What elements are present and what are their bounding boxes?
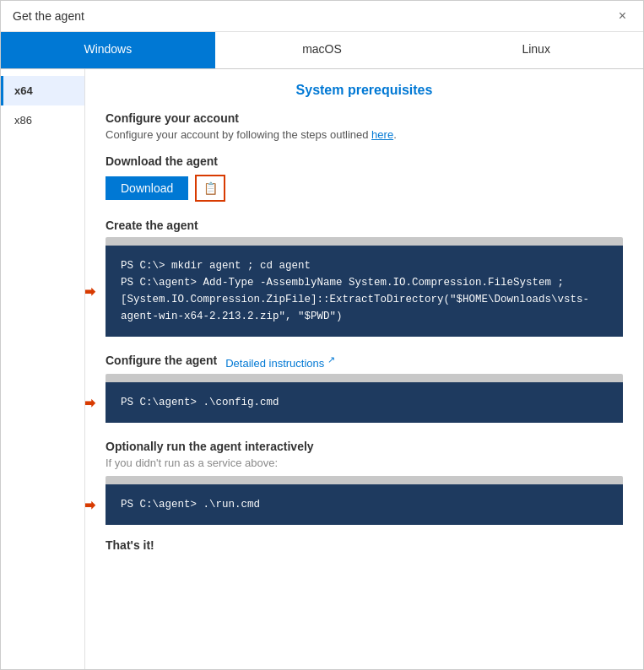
create-code-block: PS C:\> mkdir agent ; cd agent PS C:\age… bbox=[106, 246, 623, 337]
configure-code-block: PS C:\agent> .\config.cmd bbox=[106, 382, 623, 423]
close-button[interactable]: × bbox=[614, 8, 631, 24]
configure-code-wrapper: ➡ PS C:\agent> .\config.cmd bbox=[106, 382, 623, 423]
external-link-icon: ↗ bbox=[327, 354, 335, 365]
dialog-title: Get the agent bbox=[13, 9, 84, 23]
arrow-indicator-2: ➡ bbox=[85, 392, 96, 413]
content-area: x64 x86 System prerequisites Configure y… bbox=[1, 69, 643, 669]
main-content: System prerequisites Configure your acco… bbox=[85, 69, 643, 669]
arch-sidebar: x64 x86 bbox=[1, 69, 85, 669]
code-header-bar-1 bbox=[106, 237, 623, 246]
configure-account-description: Configure your account by following the … bbox=[106, 128, 623, 141]
section-title: System prerequisites bbox=[106, 83, 623, 98]
download-agent-section: Download the agent Download 📋 bbox=[106, 154, 623, 202]
tab-linux[interactable]: Linux bbox=[429, 32, 643, 68]
arrow-indicator-1: ➡ bbox=[85, 281, 96, 301]
run-code-block: PS C:\agent> .\run.cmd bbox=[106, 484, 623, 525]
configure-account-title: Configure your account bbox=[106, 111, 623, 125]
detailed-instructions-link[interactable]: Detailed instructions ↗ bbox=[225, 354, 335, 370]
run-agent-section: Optionally run the agent interactively I… bbox=[106, 440, 623, 525]
os-tabs: Windows macOS Linux bbox=[1, 32, 643, 69]
sidebar-item-x64[interactable]: x64 bbox=[1, 76, 84, 105]
run-code-wrapper: ➡ PS C:\agent> .\run.cmd bbox=[106, 484, 623, 525]
code-header-bar-2 bbox=[106, 374, 623, 382]
download-row: Download 📋 bbox=[106, 175, 623, 202]
configure-account-section: Configure your account Configure your ac… bbox=[106, 111, 623, 141]
sidebar-item-x86[interactable]: x86 bbox=[1, 105, 84, 135]
tab-macos[interactable]: macOS bbox=[215, 32, 430, 68]
arrow-indicator-3: ➡ bbox=[85, 494, 96, 515]
titlebar: Get the agent × bbox=[1, 1, 643, 32]
create-agent-title: Create the agent bbox=[106, 219, 623, 232]
create-agent-section: Create the agent ➡ PS C:\> mkdir agent ;… bbox=[106, 219, 623, 337]
run-agent-description: If you didn't run as a service above: bbox=[106, 457, 623, 469]
get-agent-dialog: Get the agent × Windows macOS Linux x64 … bbox=[0, 0, 644, 670]
configure-agent-header: Configure the agent Detailed instruction… bbox=[106, 354, 623, 370]
create-code-wrapper: ➡ PS C:\> mkdir agent ; cd agent PS C:\a… bbox=[106, 246, 623, 337]
code-header-bar-3 bbox=[106, 476, 623, 484]
tab-windows[interactable]: Windows bbox=[1, 32, 215, 68]
copy-icon: 📋 bbox=[203, 181, 218, 195]
here-link[interactable]: here bbox=[371, 128, 393, 141]
footer-label: That's it! bbox=[106, 538, 623, 552]
run-agent-title: Optionally run the agent interactively bbox=[106, 440, 623, 453]
download-button[interactable]: Download bbox=[106, 176, 188, 200]
configure-agent-section: Configure the agent Detailed instruction… bbox=[106, 354, 623, 423]
copy-download-button[interactable]: 📋 bbox=[195, 175, 225, 202]
download-agent-title: Download the agent bbox=[106, 154, 623, 168]
configure-agent-title: Configure the agent bbox=[106, 354, 217, 367]
